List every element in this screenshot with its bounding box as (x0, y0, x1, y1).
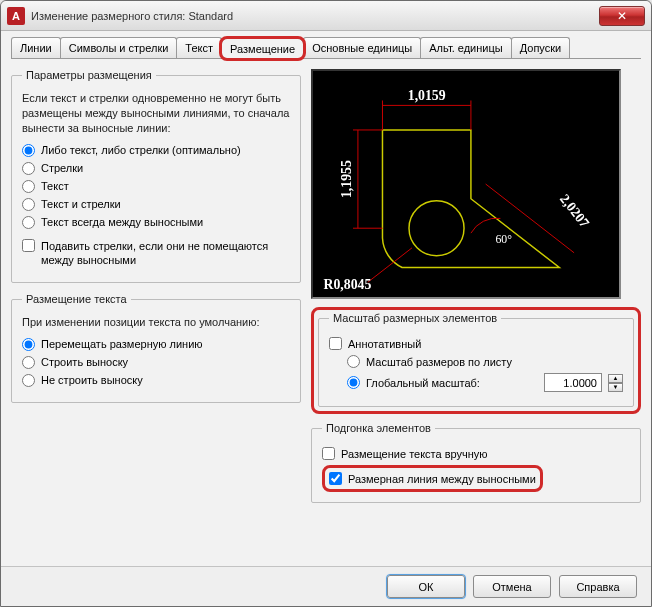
scale-title: Масштаб размерных элементов (329, 312, 501, 324)
manual-placement-label: Размещение текста вручную (341, 448, 488, 460)
fit-options-title: Параметры размещения (22, 69, 156, 81)
dimline-between-checkbox[interactable] (329, 472, 342, 485)
tp-leader[interactable]: Строить выноску (22, 356, 290, 369)
tp-move-dimline-radio[interactable] (22, 338, 35, 351)
spinner-up-button[interactable]: ▲ (608, 374, 623, 383)
ok-button[interactable]: ОК (387, 575, 465, 598)
cancel-button[interactable]: Отмена (473, 575, 551, 598)
fit-options-group: Параметры размещения Если текст и стрелк… (11, 69, 301, 283)
fit-option-both[interactable]: Текст и стрелки (22, 198, 290, 211)
fit-option-always-radio[interactable] (22, 216, 35, 229)
dimension-preview: 1,0159 1,1955 2,0207 60° R0,8045 (311, 69, 621, 299)
fit-option-either-label: Либо текст, либо стрелки (оптимально) (41, 144, 241, 156)
tab-strip: Линии Символы и стрелки Текст Размещение… (11, 37, 641, 59)
scale-global[interactable]: Глобальный масштаб: (347, 376, 480, 389)
spinner-down-button[interactable]: ▼ (608, 383, 623, 392)
scale-layout[interactable]: Масштаб размеров по листу (347, 355, 623, 368)
suppress-arrows-check[interactable]: Подавить стрелки, если они не помещаются… (22, 239, 290, 268)
tp-move-dimline-label: Перемещать размерную линию (41, 338, 203, 350)
fit-option-either-radio[interactable] (22, 144, 35, 157)
fit-option-always-label: Текст всегда между выносными (41, 216, 203, 228)
tab-tolerances[interactable]: Допуски (511, 37, 570, 58)
suppress-arrows-label: Подавить стрелки, если они не помещаются… (41, 239, 290, 268)
tab-primary-units[interactable]: Основные единицы (303, 37, 421, 58)
fit-option-always[interactable]: Текст всегда между выносными (22, 216, 290, 229)
preview-dim-angle: 60° (495, 232, 512, 246)
scale-layout-radio[interactable] (347, 355, 360, 368)
close-icon: ✕ (617, 9, 627, 23)
global-scale-input[interactable] (544, 373, 602, 392)
dimline-between-check[interactable]: Размерная линия между выносными (329, 472, 536, 485)
annotative-check[interactable]: Аннотативный (329, 337, 623, 350)
preview-dim-top: 1,0159 (408, 88, 446, 103)
scale-highlight: Масштаб размерных элементов Аннотативный… (311, 307, 641, 414)
tp-move-dimline[interactable]: Перемещать размерную линию (22, 338, 290, 351)
tab-alt-units[interactable]: Альт. единицы (420, 37, 511, 58)
dialog-content: Линии Символы и стрелки Текст Размещение… (1, 31, 651, 566)
dialog-window: A Изменение размерного стиля: Standard ✕… (0, 0, 652, 607)
dimline-highlight: Размерная линия между выносными (322, 465, 543, 492)
fit-option-arrows[interactable]: Стрелки (22, 162, 290, 175)
scale-global-label: Глобальный масштаб: (366, 377, 480, 389)
fit-option-text-radio[interactable] (22, 180, 35, 193)
close-button[interactable]: ✕ (599, 6, 645, 26)
fit-options-description: Если текст и стрелки одновременно не мог… (22, 91, 290, 136)
fit-option-both-radio[interactable] (22, 198, 35, 211)
scale-group: Масштаб размерных элементов Аннотативный… (318, 312, 634, 407)
help-button[interactable]: Справка (559, 575, 637, 598)
manual-placement-checkbox[interactable] (322, 447, 335, 460)
dialog-footer: ОК Отмена Справка (1, 566, 651, 606)
preview-dim-right: 2,0207 (557, 191, 592, 230)
scale-layout-label: Масштаб размеров по листу (366, 356, 512, 368)
text-placement-description: При изменении позиции текста по умолчани… (22, 315, 290, 330)
fine-tuning-group: Подгонка элементов Размещение текста вру… (311, 422, 641, 503)
tab-lines[interactable]: Линии (11, 37, 61, 58)
tab-fit[interactable]: Размещение (221, 38, 304, 59)
fit-panel: Параметры размещения Если текст и стрелк… (11, 61, 641, 513)
fit-option-arrows-label: Стрелки (41, 162, 83, 174)
fit-option-text[interactable]: Текст (22, 180, 290, 193)
text-placement-group: Размещение текста При изменении позиции … (11, 293, 301, 403)
text-placement-title: Размещение текста (22, 293, 131, 305)
fit-option-both-label: Текст и стрелки (41, 198, 121, 210)
tp-no-leader-radio[interactable] (22, 374, 35, 387)
svg-line-8 (368, 248, 412, 282)
svg-point-0 (409, 201, 464, 256)
annotative-checkbox[interactable] (329, 337, 342, 350)
tp-leader-radio[interactable] (22, 356, 35, 369)
preview-dim-left: 1,1955 (339, 160, 354, 198)
fit-option-either[interactable]: Либо текст, либо стрелки (оптимально) (22, 144, 290, 157)
tp-leader-label: Строить выноску (41, 356, 128, 368)
autocad-app-icon: A (7, 7, 25, 25)
tp-no-leader-label: Не строить выноску (41, 374, 143, 386)
tab-symbols-arrows[interactable]: Символы и стрелки (60, 37, 178, 58)
scale-global-radio[interactable] (347, 376, 360, 389)
fine-tuning-title: Подгонка элементов (322, 422, 435, 434)
titlebar: A Изменение размерного стиля: Standard ✕ (1, 1, 651, 31)
tab-text[interactable]: Текст (176, 37, 222, 58)
suppress-arrows-checkbox[interactable] (22, 239, 35, 252)
fit-option-text-label: Текст (41, 180, 69, 192)
global-scale-spinner: ▲ ▼ (608, 374, 623, 392)
manual-placement-check[interactable]: Размещение текста вручную (322, 447, 630, 460)
annotative-label: Аннотативный (348, 338, 421, 350)
fit-option-arrows-radio[interactable] (22, 162, 35, 175)
dimline-between-label: Размерная линия между выносными (348, 473, 536, 485)
preview-dim-radius: R0,8045 (324, 277, 372, 292)
window-title: Изменение размерного стиля: Standard (31, 10, 599, 22)
tp-no-leader[interactable]: Не строить выноску (22, 374, 290, 387)
